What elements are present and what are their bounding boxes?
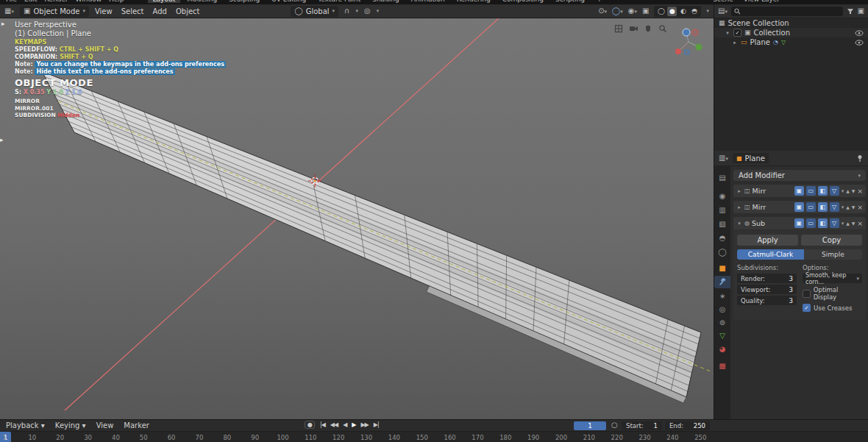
end-frame-field[interactable]: End:250 — [665, 421, 710, 430]
catmull-clark-button[interactable]: Catmull-Clark — [737, 249, 804, 260]
timeline-menu-playback[interactable]: Playback ▾ — [6, 421, 45, 429]
jump-to-start-icon[interactable]: |◀ — [320, 421, 325, 428]
next-keyframe-icon[interactable]: ▶▶ — [360, 421, 368, 428]
tab-constraints[interactable]: ⊚ — [714, 316, 730, 329]
pivot-point-icon[interactable]: ⊙▾ — [598, 7, 607, 15]
viewport-menu-add[interactable]: Add — [153, 7, 167, 15]
prev-keyframe-icon[interactable]: ◀◀ — [330, 421, 338, 428]
workspace-tab-rendering[interactable]: Rendering — [452, 0, 496, 3]
workspace-tab-sculpting[interactable]: Sculpting — [224, 0, 265, 3]
orientation-dropdown[interactable]: ◯ Global ▾ — [291, 6, 338, 17]
gizmo-z-axis[interactable] — [683, 29, 690, 36]
new-collection-icon[interactable]: ▣ — [858, 7, 864, 15]
apply-button[interactable]: Apply — [737, 235, 798, 246]
expand-icon[interactable]: ▸ — [736, 188, 742, 194]
close-icon[interactable]: × — [857, 220, 863, 227]
extras-dropdown-icon[interactable]: ▾ — [842, 204, 844, 210]
uv-smooth-dropdown[interactable]: Smooth, keep corn...▾ — [803, 274, 862, 283]
ortho-grid-icon[interactable] — [613, 23, 625, 35]
copy-button[interactable]: Copy — [801, 235, 862, 246]
tab-modifiers[interactable] — [714, 276, 730, 288]
workspace-tab-modeling[interactable]: Modeling — [182, 0, 222, 3]
gizmo-x-axis[interactable] — [675, 49, 681, 54]
move-down-icon[interactable]: ▼ — [852, 221, 855, 226]
menu-edit[interactable]: Edit — [24, 0, 37, 3]
camera-view-icon[interactable] — [627, 23, 639, 35]
keying-set-icon[interactable]: ○ — [611, 421, 618, 429]
pin-icon[interactable] — [856, 154, 864, 162]
disclosure-icon[interactable]: ▸ — [732, 40, 738, 46]
add-modifier-dropdown[interactable]: Add Modifier ▾ — [733, 170, 866, 181]
realtime-toggle-icon[interactable]: ▭ — [806, 218, 816, 228]
gizmo-y-axis[interactable] — [696, 44, 702, 51]
edit-mode-toggle-icon[interactable]: ▣ — [794, 186, 804, 196]
viewport-menu-view[interactable]: View — [95, 7, 113, 15]
use-creases-row[interactable]: ✓ Use Creases — [803, 304, 862, 312]
use-creases-checkbox[interactable]: ✓ — [803, 304, 811, 312]
mode-dropdown[interactable]: ▣ Object Mode ▾ — [20, 6, 89, 17]
viewport-field[interactable]: Viewport:3 — [737, 285, 797, 294]
tab-physics[interactable]: ◎ — [714, 303, 730, 316]
shading-dropdown-icon[interactable]: ▾ — [706, 8, 709, 14]
menu-file[interactable]: File — [6, 0, 17, 3]
outliner-search-input[interactable] — [731, 7, 843, 16]
gizmo-x-axis-neg[interactable] — [692, 29, 698, 35]
auto-keying-icon[interactable]: ● — [305, 421, 315, 429]
viewport-3d[interactable]: User Perspective (1) Collection | Plane … — [0, 18, 714, 419]
zoom-icon[interactable] — [657, 23, 669, 35]
cage-toggle-icon[interactable]: ▽ — [830, 202, 839, 212]
optimal-display-checkbox[interactable] — [803, 290, 811, 298]
move-up-icon[interactable]: ▲ — [846, 189, 850, 193]
tab-world[interactable]: ◯ — [714, 246, 730, 258]
snap-magnet-icon[interactable]: ∩ — [344, 7, 349, 15]
expand-icon[interactable]: ▾ — [736, 221, 742, 227]
properties-editor-icon[interactable]: ▥▾ — [719, 154, 728, 162]
material-shading-icon[interactable]: ◐ — [678, 7, 688, 16]
extras-dropdown-icon[interactable]: ▾ — [842, 221, 844, 227]
menu-help[interactable]: Help — [109, 0, 124, 3]
rendered-shading-icon[interactable]: ◓ — [689, 7, 699, 16]
tab-tool[interactable]: ▤ — [714, 171, 730, 184]
play-icon[interactable]: ▶ — [352, 421, 355, 428]
timeline-menu-marker[interactable]: Marker — [124, 421, 149, 429]
proportional-edit-icon[interactable]: ◎ — [364, 7, 371, 15]
tab-render[interactable]: ◉ — [714, 190, 730, 202]
outliner-editor-icon[interactable]: ▤▾ — [718, 7, 728, 15]
render-toggle-icon[interactable]: ◧ — [818, 218, 828, 228]
breadcrumb[interactable]: ■ Plane — [733, 153, 769, 163]
render-field[interactable]: Render:3 — [737, 274, 797, 283]
optimal-display-row[interactable]: Optimal Display — [803, 286, 862, 301]
outliner-row-plane[interactable]: ▸ ▭ Plane ◔ ▽ — [714, 38, 868, 47]
navigation-gizmo[interactable] — [675, 29, 702, 55]
realtime-toggle-icon[interactable]: ▭ — [806, 202, 816, 212]
viewport-menu-select[interactable]: Select — [121, 7, 144, 15]
falloff-dropdown-icon[interactable]: ▾ — [377, 8, 380, 14]
current-frame-field[interactable]: 1 — [574, 421, 606, 430]
viewport-menu-object[interactable]: Object — [176, 7, 200, 15]
pan-hand-icon[interactable] — [642, 23, 654, 35]
frame-ruler[interactable]: 1 11020304050607080901001101201301401501… — [0, 431, 868, 442]
prev-frame-icon[interactable]: ◀ — [343, 421, 346, 428]
tab-texture[interactable]: ▩ — [714, 360, 730, 372]
quality-field[interactable]: Quality:3 — [737, 296, 797, 305]
eye-icon[interactable] — [855, 40, 868, 46]
workspace-tab-uv-editing[interactable]: UV Editing — [266, 0, 311, 3]
tab-output[interactable]: ▥ — [714, 204, 730, 216]
extras-dropdown-icon[interactable]: ▾ — [842, 188, 844, 194]
tab-view-layer[interactable]: ▧ — [714, 218, 730, 230]
snap-dropdown-icon[interactable]: ▾ — [355, 8, 358, 14]
tab-particles[interactable]: ∗ — [714, 290, 730, 302]
render-toggle-icon[interactable]: ◧ — [818, 186, 828, 196]
overlays-dropdown-icon[interactable]: ◉▾ — [628, 7, 637, 15]
outliner-row-collection[interactable]: ▾ ✓ ▣ Collection — [714, 28, 868, 38]
menu-window[interactable]: Window — [76, 0, 102, 3]
workspace-tab-layout[interactable]: Layout — [148, 0, 181, 3]
move-down-icon[interactable]: ▼ — [852, 205, 855, 210]
tab-material[interactable]: ◕ — [714, 343, 730, 355]
modifier-row-mirror-1[interactable]: ▸ ◫ Mirr ▣ ▭ ◧ ▽ ▾ ▲ ▼ × — [733, 185, 866, 197]
editor-type-icon[interactable]: ▦▾ — [4, 7, 14, 15]
menu-render[interactable]: Render — [45, 0, 68, 3]
timeline-menu-keying[interactable]: Keying ▾ — [55, 421, 86, 429]
disclosure-icon[interactable]: ▾ — [725, 30, 730, 36]
modifier-row-subdivision[interactable]: ▾ ◍ Sub ▣ ▭ ◧ ▽ ▾ ▲ ▼ × — [733, 217, 866, 229]
